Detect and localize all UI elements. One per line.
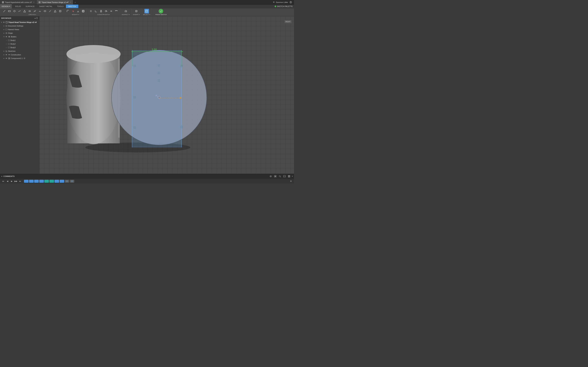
tab-close-active-btn[interactable]: ✕ — [70, 1, 71, 3]
tree-arrow-namedviews[interactable]: ▸ — [3, 29, 5, 30]
create-dropdown-icon: ▾ — [35, 14, 36, 15]
timeline-track-7[interactable] — [60, 180, 64, 183]
tree-item-origin[interactable]: ▸ Origin — [0, 31, 39, 35]
tree-eye-component[interactable]: 👁 — [5, 57, 8, 59]
timeline-settings[interactable]: ⚙ — [289, 179, 293, 183]
timeline-play[interactable]: ▶ — [10, 179, 13, 183]
tree-arrow-sketches[interactable]: ▸ — [3, 50, 5, 52]
display-settings-icon[interactable] — [287, 175, 291, 178]
fillet-tool[interactable] — [66, 9, 70, 13]
tree-eye-construction[interactable]: 👁 — [5, 54, 8, 56]
svg-rect-18 — [100, 11, 102, 12]
tree-item-body3[interactable]: ▸ Body3 — [0, 46, 39, 49]
tree-item-sketches[interactable]: ▸ Sketches — [0, 49, 39, 53]
display-dropdown-icon[interactable]: ▾ — [292, 175, 293, 177]
finish-sketch-button[interactable]: ✓ FINISH SKETCH — [153, 8, 169, 16]
timeline-next[interactable]: ▶▶ — [14, 179, 18, 183]
timeline-rewind[interactable]: ⏮ — [1, 179, 5, 183]
tab-surface[interactable]: SURFACE — [23, 5, 37, 8]
select-tool[interactable] — [144, 9, 149, 13]
comments-expand-icon[interactable]: + — [1, 175, 2, 177]
help-icon[interactable]: ? — [289, 1, 292, 4]
view-options-icon[interactable] — [283, 175, 286, 178]
timeline-track-6[interactable] — [54, 180, 59, 183]
timeline-track-0[interactable] — [24, 180, 28, 183]
tree-arrow-body3[interactable]: ▸ — [6, 47, 7, 48]
timeline-track-9[interactable] — [70, 180, 74, 183]
create-section: CREATE ▾ — [1, 8, 64, 16]
polyline-tool[interactable] — [33, 9, 37, 13]
timeline-track-1[interactable] — [29, 180, 34, 183]
3d-viewport[interactable]: 3.00 RIGHT — [39, 16, 294, 174]
timeline-prev[interactable]: ◀ — [6, 179, 9, 183]
tab-sketch[interactable]: SKETCH — [66, 5, 78, 8]
sketch-palette-button[interactable]: SKETCH PALETTE — [275, 5, 293, 7]
equal-constraint[interactable] — [109, 9, 113, 13]
tab-hinge[interactable]: Tripod Head Tension Hinge v2 v4* ✕ — [37, 0, 73, 4]
timeline-track-3[interactable] — [39, 180, 44, 183]
display-mode-icon[interactable] — [274, 175, 277, 178]
tree-arrow-docsettings[interactable]: ▸ — [3, 25, 5, 27]
tree-item-root[interactable]: ▾ 👁 Tripod Head Tension Hinge v2 v4 — [0, 20, 39, 24]
snap-icon[interactable] — [269, 175, 273, 178]
comments-section[interactable]: + COMMENTS — [1, 175, 15, 177]
perpendicular-constraint[interactable] — [94, 9, 98, 13]
browser-options-icon[interactable]: ☰ — [36, 17, 38, 19]
tree-eye-bodies[interactable]: 👁 — [5, 35, 8, 38]
timeline-track-4[interactable] — [44, 180, 49, 183]
circle-tool[interactable] — [12, 9, 17, 13]
offset-tool[interactable] — [81, 9, 86, 13]
tab-sheet-metal[interactable]: SHEET METAL — [37, 5, 55, 8]
tab-close-btn[interactable]: ✕ — [33, 1, 35, 3]
slot-tool[interactable] — [27, 9, 32, 13]
tree-eye-root[interactable]: 👁 — [3, 21, 5, 24]
inspect-label: INSPECT ▾ — [122, 14, 130, 15]
tree-item-docsettings[interactable]: ▸ Document Settings — [0, 24, 39, 28]
file-icon-active — [39, 1, 41, 3]
tab-hyperboloid[interactable]: Tripod Hyperboloid with screw v3* ✕ — [0, 0, 37, 4]
spline-tool[interactable] — [17, 9, 22, 13]
dimension-tool[interactable] — [114, 9, 119, 13]
tree-arrow-body2[interactable]: ▸ — [6, 43, 7, 45]
tree-arrow-origin[interactable]: ▸ — [3, 32, 5, 34]
tree-item-component[interactable]: ▸ 👁 Component1:1 — [0, 57, 39, 60]
timeline-track-5[interactable] — [49, 180, 54, 183]
tab-solid[interactable]: SOLID — [13, 5, 23, 8]
tree-arrow-root[interactable]: ▾ — [1, 21, 2, 23]
timeline-track-8[interactable] — [65, 180, 69, 183]
namedviews-icon — [5, 28, 8, 31]
tree-arrow-bodies[interactable]: ▾ — [3, 36, 5, 38]
design-button[interactable]: DESIGN ▾ — [0, 4, 12, 9]
view-cube[interactable]: RIGHT — [281, 18, 292, 29]
conic-tool[interactable] — [53, 9, 57, 13]
tree-item-namedviews[interactable]: ▸ Named Views — [0, 28, 39, 31]
tree-item-construction[interactable]: ▸ 👁 Construction — [0, 53, 39, 57]
tree-arrow-component[interactable]: ▸ — [3, 58, 5, 59]
parallel-constraint[interactable] — [89, 9, 93, 13]
ellipse-tool[interactable] — [43, 9, 47, 13]
new-tab-button[interactable]: + — [73, 1, 77, 4]
lock-constraint[interactable] — [99, 9, 103, 13]
timeline-track-2[interactable] — [34, 180, 39, 183]
view-cube-label[interactable]: RIGHT — [285, 20, 292, 23]
trim-tool[interactable] — [71, 9, 75, 13]
tangent-constraint[interactable] — [104, 9, 108, 13]
triangle-tool[interactable] — [22, 9, 27, 13]
project-tool[interactable] — [58, 9, 62, 13]
extend-tool[interactable] — [76, 9, 80, 13]
rect-tool[interactable] — [7, 9, 12, 13]
tree-arrow-construction[interactable]: ▸ — [3, 54, 5, 56]
tree-arrow-body1[interactable]: ▸ — [6, 40, 7, 41]
timeline-end[interactable]: ⏭ — [18, 179, 22, 183]
inspect-tool[interactable] — [123, 9, 128, 13]
zoom-icon[interactable] — [278, 175, 282, 178]
line-tool[interactable] — [2, 9, 7, 13]
arc-tool[interactable] — [38, 9, 42, 13]
tree-item-body2[interactable]: ▸ Body2 — [0, 42, 39, 46]
browser-collapse-icon[interactable]: ◂ — [35, 17, 35, 19]
tree-item-bodies[interactable]: ▾ 👁 Bodies — [0, 35, 39, 39]
tree-item-body1[interactable]: ▸ Body1 — [0, 39, 39, 42]
point-tool[interactable] — [48, 9, 52, 13]
insert-tool[interactable] — [134, 9, 139, 13]
tab-tools[interactable]: TOOLS — [55, 5, 66, 8]
